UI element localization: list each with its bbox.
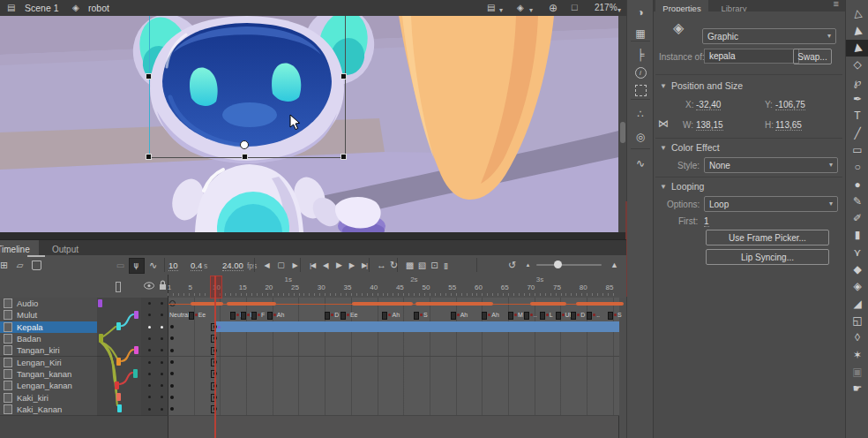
layer-parenting-cell[interactable] (97, 298, 141, 310)
tab-output[interactable]: Output (42, 240, 88, 256)
layer-visible-dot[interactable] (148, 302, 151, 305)
parenting-tag-tangan_kiri[interactable] (134, 346, 138, 354)
timeline-zoom-slider-knob[interactable] (554, 261, 562, 268)
hand-tool[interactable]: ☛ (846, 381, 868, 397)
pen-tool[interactable]: ✒ (846, 91, 868, 108)
layer-lock-dot[interactable] (161, 361, 163, 364)
show-parenting-view-icon[interactable]: ⋔ (129, 258, 145, 274)
stage-vscroll-thumb[interactable] (620, 122, 625, 143)
selection-tool[interactable]: ▷ (846, 5, 868, 22)
keyframe-rect[interactable] (556, 312, 561, 320)
use-frame-picker-button[interactable]: Use Frame Picker... (706, 230, 829, 245)
layer-lock-dot[interactable] (161, 302, 163, 305)
tab-library[interactable]: Library (712, 0, 756, 11)
loop-options-dropdown[interactable]: Loop▾ (704, 196, 838, 212)
bone-tool[interactable]: ⋎ (846, 244, 868, 261)
timeline-zoom-slider-track[interactable] (536, 264, 602, 266)
transform-panel-icon[interactable] (627, 82, 654, 98)
frames-row-kaki_kiri[interactable] (168, 391, 619, 404)
keyframe-rect[interactable] (251, 312, 257, 320)
layer-lock-dot[interactable] (161, 349, 163, 351)
parenting-tag-kepala[interactable] (116, 322, 121, 330)
h-value[interactable]: 113,65 (775, 121, 802, 131)
swap-button[interactable]: Swap... (793, 49, 832, 64)
frames-row-audio[interactable] (168, 298, 619, 310)
keyframe-rect[interactable] (587, 312, 592, 320)
lasso-tool[interactable]: ℘ (846, 73, 868, 90)
subselection-tool[interactable]: ▶ (846, 22, 868, 39)
selection-handle-bottom-right[interactable] (341, 155, 346, 159)
center-frame-icon[interactable]: ⊕ (549, 3, 557, 13)
color-panel-icon[interactable]: ◑ (627, 4, 654, 20)
insert-frame-marker-icon[interactable]: ▢ (273, 258, 288, 272)
selection-handle-bottom-left[interactable] (146, 155, 151, 159)
instance-name-field[interactable]: kepala (704, 49, 799, 64)
symbol-breadcrumb[interactable]: robot (88, 4, 109, 13)
scene-clapper-icon[interactable]: ▤ (7, 4, 15, 12)
keyframe-dot[interactable] (331, 313, 333, 316)
keyframe-dot-f1[interactable] (170, 349, 174, 352)
selection-handle-mid-right[interactable] (341, 74, 346, 79)
parenting-tag-lengan_kiri[interactable] (116, 358, 121, 366)
zoom-in-frames-icon[interactable]: ▲ (607, 258, 621, 272)
text-tool[interactable]: T (846, 108, 868, 125)
step-forward-icon[interactable]: |▶ (344, 258, 358, 272)
layer-visible-dot[interactable] (148, 313, 151, 316)
keyframe-dot-f1[interactable] (170, 372, 174, 375)
new-layer-icon[interactable]: ⊞ (0, 258, 11, 272)
layer-lock-dot[interactable] (161, 337, 163, 340)
oval-tool[interactable]: ○ (846, 159, 868, 176)
playhead-line[interactable] (214, 276, 216, 438)
frames-row-lengan_kiri[interactable] (168, 357, 619, 369)
keyframe-rect[interactable] (241, 312, 246, 320)
layer-row-tangan_kiri[interactable]: Tangan_kiri (0, 344, 97, 357)
keyframe-rect[interactable] (230, 312, 236, 320)
layer-row-kaki_kanan[interactable]: Kaki_Kanan (0, 404, 97, 416)
selected-frame-span[interactable] (215, 321, 619, 332)
parenting-tag-kaki_kiri[interactable] (116, 393, 121, 401)
keyframe-dot[interactable] (593, 313, 595, 316)
layer-lock-dot[interactable] (161, 408, 163, 411)
layer-lock-dot[interactable] (161, 313, 163, 316)
keyframe-rect[interactable] (451, 312, 456, 320)
reset-timeline-zoom-icon[interactable]: ↺ (505, 258, 519, 272)
keyframe-dot[interactable] (577, 313, 580, 316)
layer-visible-dot[interactable] (148, 337, 151, 340)
selection-handle-bottom-center[interactable] (243, 155, 247, 159)
scene-breadcrumb[interactable]: Scene 1 (25, 4, 59, 13)
parenting-tag-mulut[interactable] (134, 311, 138, 319)
keyframe-dot[interactable] (195, 313, 198, 316)
layer-lock-dot[interactable] (161, 384, 163, 387)
keyframe-rect[interactable] (508, 312, 513, 320)
keyframe-dot-f1[interactable] (170, 360, 174, 364)
parenting-tag-tangan_kanan[interactable] (133, 369, 138, 377)
parenting-tag-audio[interactable] (98, 299, 102, 307)
keyframe-dot[interactable] (258, 313, 260, 316)
align-panel-icon[interactable]: ╞ (627, 47, 654, 63)
keyframe-dot[interactable] (457, 313, 460, 316)
layer-visible-dot[interactable] (148, 408, 151, 411)
width-tool[interactable]: ◊ (846, 329, 868, 346)
layer-visible-dot[interactable] (148, 326, 151, 328)
parenting-tag-kaki_kanan[interactable] (117, 404, 122, 412)
keyframe-dot[interactable] (614, 313, 617, 316)
symbol-behavior-dropdown[interactable]: Graphic▾ (702, 28, 836, 44)
insert-keyframe-back-icon[interactable]: ◀ (259, 258, 273, 272)
line-tool[interactable]: ╱ (846, 125, 868, 141)
parenting-tag-badan[interactable] (99, 334, 103, 342)
keyframe-dot-f1[interactable] (170, 325, 174, 328)
loop-playback-icon[interactable]: ↻ (386, 258, 400, 272)
keyframe-rect[interactable] (340, 312, 346, 320)
frames-row-kaki_kanan[interactable] (168, 404, 619, 416)
layer-row-tangan_kanan[interactable]: Tangan_kanan (0, 368, 97, 381)
delete-layer-icon[interactable] (29, 258, 43, 272)
keyframe-dot[interactable] (546, 313, 549, 316)
insert-keyframe-forward-icon[interactable]: ▶ (288, 258, 302, 272)
color-effect-collapse-icon[interactable]: ▼ (660, 145, 667, 152)
layer-lock-dot[interactable] (161, 396, 163, 398)
eye-visibility-icon[interactable] (144, 282, 154, 290)
layer-visible-dot[interactable] (148, 384, 151, 387)
selection-handle-mid-left[interactable] (146, 74, 151, 79)
go-last-frame-icon[interactable]: ▶| (357, 258, 371, 272)
stage-hscrollbar[interactable] (0, 232, 626, 239)
